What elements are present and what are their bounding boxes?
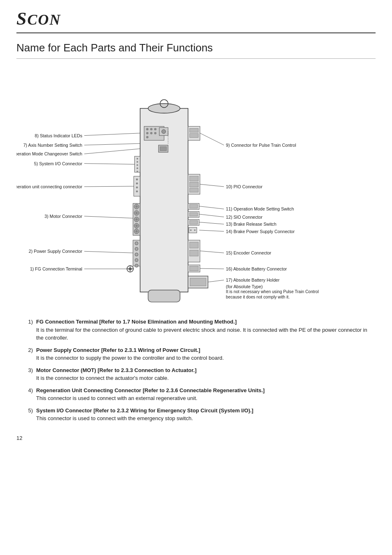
item-title: System I/O Connector [Refer to 2.3.2 Wir… (36, 407, 254, 414)
svg-point-9 (154, 132, 157, 134)
svg-point-56 (135, 253, 138, 256)
svg-line-100 (200, 251, 224, 253)
svg-line-78 (84, 164, 134, 164)
item-content: Motor Connector (MOT) [Refer to 2.3.3 Co… (36, 366, 196, 382)
svg-text:13) Brake Release Switch: 13) Brake Release Switch (226, 222, 277, 227)
svg-point-22 (136, 167, 138, 169)
list-item: 5) System I/O Connector [Refer to 2.3.2 … (25, 407, 376, 423)
item-number: 4) (25, 386, 33, 402)
item-desc: It is the terminal for the connection of… (36, 327, 367, 341)
logo-con-letters: CON (27, 12, 61, 28)
svg-line-104 (208, 280, 224, 282)
list-item: 1) FG Connection Terminal [Refer to 1.7 … (25, 318, 376, 342)
svg-point-54 (135, 242, 138, 245)
svg-line-96 (199, 222, 224, 224)
item-number: 5) (25, 407, 33, 423)
svg-line-92 (199, 206, 224, 209)
item-desc: It is the connector to connect the actua… (36, 375, 169, 381)
svg-line-82 (84, 216, 133, 218)
svg-point-21 (136, 164, 138, 166)
item-content: Regeneration Unit Connecting Connector [… (36, 386, 265, 402)
svg-point-5 (150, 128, 152, 130)
svg-point-19 (136, 158, 138, 160)
svg-point-12 (161, 130, 166, 134)
svg-text:8) Status Indicator LEDs: 8) Status Indicator LEDs (35, 133, 83, 138)
svg-point-4 (146, 128, 149, 130)
svg-point-30 (136, 183, 138, 185)
list-item: 2) Power Supply Connector [Refer to 2.3.… (25, 346, 376, 362)
diagram-svg: 8) Status Indicator LEDs 7) Axis Number … (16, 67, 376, 305)
page-title: Name for Each Parts and Their Functions (16, 42, 376, 59)
svg-point-52 (194, 229, 196, 231)
svg-rect-70 (148, 290, 180, 302)
svg-rect-45 (189, 205, 197, 208)
logo-s-letter: S (16, 9, 27, 29)
svg-rect-49 (189, 221, 197, 224)
svg-text:9) Connector for Pulse Train C: 9) Connector for Pulse Train Control (226, 143, 296, 148)
svg-rect-67 (189, 266, 198, 271)
svg-text:16) Absolute Battery Connector: 16) Absolute Battery Connector (226, 266, 287, 271)
svg-point-57 (135, 259, 138, 262)
svg-text:It is not necessary when using: It is not necessary when using Pulse Tra… (226, 289, 319, 294)
header: SCON (16, 8, 376, 33)
svg-text:4) Regeneration unit connectin: 4) Regeneration unit connecting connecto… (16, 184, 83, 189)
logo: SCON (16, 8, 61, 29)
svg-rect-60 (189, 242, 198, 248)
svg-point-7 (146, 132, 149, 134)
svg-point-43 (135, 230, 138, 233)
svg-line-74 (84, 143, 140, 145)
svg-point-58 (135, 264, 138, 267)
svg-rect-69 (190, 278, 206, 286)
svg-text:10) PIO Connector: 10) PIO Connector (226, 184, 263, 189)
item-content: FG Connection Terminal [Refer to 1.7 Noi… (36, 318, 376, 342)
svg-point-51 (190, 229, 191, 231)
svg-rect-17 (160, 147, 167, 151)
svg-text:17) Absolute Battery Holder: 17) Absolute Battery Holder (226, 278, 280, 282)
svg-rect-26 (189, 182, 198, 187)
svg-point-41 (135, 224, 138, 227)
svg-rect-15 (189, 134, 198, 138)
item-number: 3) (25, 366, 33, 382)
svg-text:11) Operation Mode Setting Swi: 11) Operation Mode Setting Switch (226, 206, 294, 211)
svg-point-8 (150, 132, 152, 134)
item-title: FG Connection Terminal [Refer to 1.7 Noi… (36, 319, 237, 325)
item-title: Regeneration Unit Connecting Connector [… (36, 387, 265, 393)
svg-point-1 (148, 104, 180, 113)
item-desc: It is the connector to supply the power … (36, 355, 224, 361)
item-desc: This connector is used to connect with t… (36, 415, 193, 421)
svg-point-32 (136, 190, 138, 192)
svg-text:12) SIO Connector: 12) SIO Connector (226, 215, 263, 220)
svg-rect-27 (189, 188, 198, 192)
svg-point-31 (136, 186, 138, 188)
svg-text:3) Motor Connector: 3) Motor Connector (44, 214, 82, 219)
item-title: Motor Connector (MOT) [Refer to 2.3.3 Co… (36, 367, 196, 373)
item-title: Power Supply Connector [Refer to 2.3.1 W… (36, 347, 200, 353)
svg-point-29 (136, 178, 138, 180)
svg-line-71 (84, 133, 140, 136)
svg-line-80 (84, 186, 134, 187)
svg-point-23 (136, 171, 138, 172)
svg-point-39 (135, 218, 138, 221)
item-number: 2) (25, 346, 33, 362)
page-number: 12 (16, 435, 376, 441)
svg-point-10 (146, 136, 149, 139)
svg-text:15) Encoder Connector: 15) Encoder Connector (226, 250, 272, 255)
svg-text:(for Absolute Type): (for Absolute Type) (226, 284, 263, 289)
svg-line-90 (200, 184, 224, 187)
svg-line-88 (200, 133, 224, 145)
item-content: Power Supply Connector [Refer to 2.3.1 W… (36, 346, 224, 362)
svg-point-55 (135, 247, 138, 251)
list-item: 4) Regeneration Unit Connecting Connecto… (25, 386, 376, 402)
svg-line-84 (84, 251, 133, 253)
svg-point-35 (135, 206, 138, 208)
svg-rect-25 (189, 176, 198, 181)
svg-text:7) Axis Number Setting Switch: 7) Axis Number Setting Switch (23, 143, 83, 148)
diagram-area: 8) Status Indicator LEDs 7) Axis Number … (16, 67, 376, 305)
svg-text:2) Power Supply Connector: 2) Power Supply Connector (29, 249, 83, 254)
svg-point-6 (154, 128, 157, 130)
svg-text:5) System I/O Connector: 5) System I/O Connector (34, 161, 83, 166)
svg-line-98 (199, 230, 224, 231)
svg-text:14) Brake Power Supply Connect: 14) Brake Power Supply Connector (226, 229, 295, 234)
svg-line-76 (84, 149, 140, 154)
svg-text:6) Operation Mode Changeover S: 6) Operation Mode Changeover Switch (16, 151, 82, 156)
